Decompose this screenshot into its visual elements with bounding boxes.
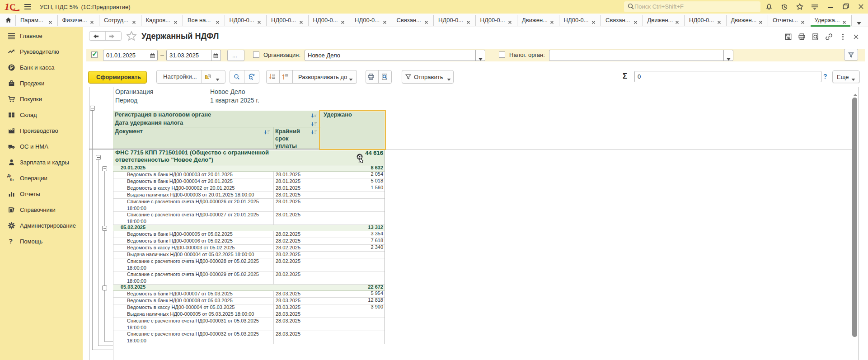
svg-text:1: 1 [5, 2, 9, 12]
